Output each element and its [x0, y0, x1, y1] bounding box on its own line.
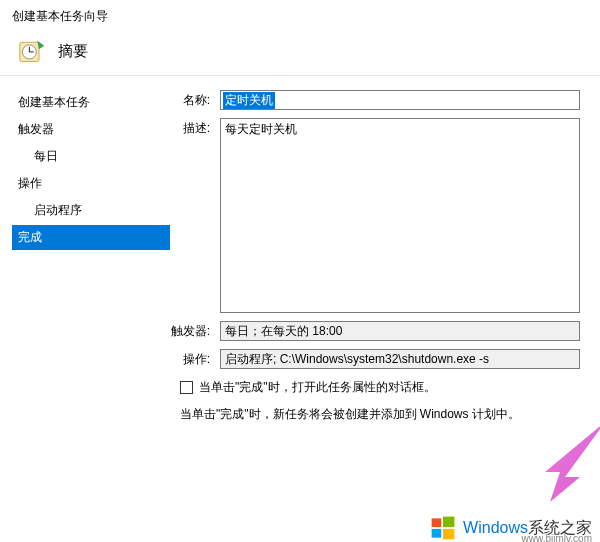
watermark-brand: Windows	[463, 519, 528, 536]
action-label: 操作:	[170, 349, 220, 368]
svg-rect-7	[443, 529, 454, 540]
svg-rect-6	[432, 529, 442, 538]
name-value-selected: 定时关机	[223, 92, 275, 109]
sidebar-item-daily[interactable]: 每日	[12, 144, 170, 169]
desc-row: 描述:	[170, 118, 600, 313]
wizard-sidebar: 创建基本任务 触发器 每日 操作 启动程序 完成	[0, 76, 170, 542]
name-row: 名称: 定时关机	[170, 90, 600, 110]
trigger-row: 触发器:	[170, 321, 600, 341]
action-row: 操作:	[170, 349, 600, 369]
sidebar-item-create-task[interactable]: 创建基本任务	[12, 90, 170, 115]
trigger-input	[220, 321, 580, 341]
watermark-url: www.bjjmlv.com	[522, 533, 592, 542]
finish-note: 当单击"完成"时，新任务将会被创建并添加到 Windows 计划中。	[170, 406, 600, 423]
open-properties-label: 当单击"完成"时，打开此任务属性的对话框。	[199, 379, 436, 396]
name-label: 名称:	[170, 90, 220, 109]
sidebar-item-finish[interactable]: 完成	[12, 225, 170, 250]
desc-label: 描述:	[170, 118, 220, 137]
main-panel: 名称: 定时关机 描述: 触发器: 操作: 当单击"完成"时，打开此任务属性的对…	[170, 76, 600, 542]
windows-logo-icon	[429, 514, 457, 542]
summary-row: 摘要	[12, 33, 588, 71]
action-input	[220, 349, 580, 369]
open-properties-row[interactable]: 当单击"完成"时，打开此任务属性的对话框。	[170, 379, 600, 396]
wizard-header: 创建基本任务向导 摘要	[0, 0, 600, 75]
wizard-title: 创建基本任务向导	[12, 8, 588, 25]
trigger-label: 触发器:	[170, 321, 220, 340]
sidebar-item-start-program[interactable]: 启动程序	[12, 198, 170, 223]
desc-textarea[interactable]	[220, 118, 580, 313]
svg-rect-5	[443, 517, 454, 528]
svg-rect-4	[432, 518, 442, 527]
open-properties-checkbox[interactable]	[180, 381, 193, 394]
name-input[interactable]: 定时关机	[220, 90, 580, 110]
sidebar-item-trigger[interactable]: 触发器	[12, 117, 170, 142]
summary-label: 摘要	[58, 42, 88, 61]
sidebar-item-action[interactable]: 操作	[12, 171, 170, 196]
body: 创建基本任务 触发器 每日 操作 启动程序 完成 名称: 定时关机 描述: 触发…	[0, 76, 600, 542]
clock-task-icon	[18, 37, 46, 65]
